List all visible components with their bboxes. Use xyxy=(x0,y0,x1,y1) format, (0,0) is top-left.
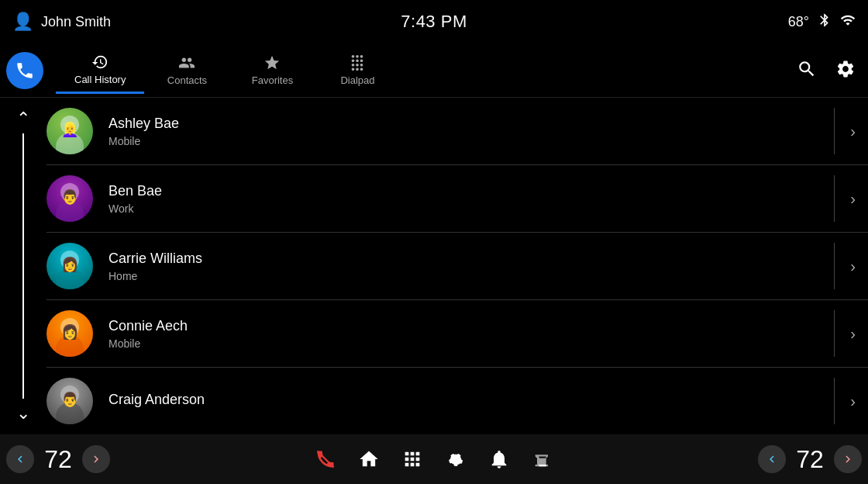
chevron-right-icon: › xyxy=(850,392,856,410)
list-item[interactable]: 👩 Carrie Williams Home › xyxy=(46,233,868,300)
tab-dialpad[interactable]: Dialpad xyxy=(315,47,400,94)
right-temp-control: 72 xyxy=(758,445,862,474)
right-temp-increase-button[interactable] xyxy=(834,445,862,473)
nav-bar: Call History Contacts Favorites Dialpad xyxy=(0,43,868,98)
bottom-icons xyxy=(315,448,553,470)
contact-info: Ashley Bae Mobile xyxy=(108,116,818,147)
svg-text:👨: 👨 xyxy=(61,391,79,408)
notification-button[interactable] xyxy=(488,448,510,470)
left-temp-decrease-button[interactable] xyxy=(6,445,34,473)
chevron-right-icon: › xyxy=(850,123,856,140)
contact-divider xyxy=(834,175,835,222)
avatar: 👩 xyxy=(46,243,93,289)
nav-tabs: Call History Contacts Favorites Dialpad xyxy=(56,47,797,94)
tab-dialpad-label: Dialpad xyxy=(340,74,374,86)
list-item[interactable]: 👨 Craig Anderson › xyxy=(46,368,868,434)
home-button[interactable] xyxy=(358,448,380,470)
left-temperature-value: 72 xyxy=(39,445,78,474)
avatar: 👨 xyxy=(46,378,93,424)
contact-name: Carrie Williams xyxy=(108,251,818,267)
contact-divider xyxy=(834,310,835,357)
apps-button[interactable] xyxy=(401,448,423,470)
contact-info: Connie Aech Mobile xyxy=(108,318,818,350)
muted-call-icon[interactable] xyxy=(315,448,336,470)
signal-icon xyxy=(840,12,856,32)
contact-list-container: ⌃ ⌄ 👱‍♀️ Ashley Bae Mobile › xyxy=(0,98,868,434)
chevron-right-icon: › xyxy=(850,258,856,275)
contact-divider xyxy=(834,243,835,289)
contact-type: Work xyxy=(108,202,818,215)
right-temperature-value: 72 xyxy=(790,445,829,474)
right-temp-decrease-button[interactable] xyxy=(758,445,786,473)
contact-info: Ben Bae Work xyxy=(108,183,818,215)
contact-divider xyxy=(834,378,835,424)
svg-text:👩: 👩 xyxy=(61,256,79,273)
top-bar: 👤 John Smith 7:43 PM 68° xyxy=(0,0,868,43)
scroll-controls: ⌃ ⌄ xyxy=(0,98,46,434)
contact-divider xyxy=(834,108,835,154)
tab-favorites[interactable]: Favorites xyxy=(229,47,315,94)
left-temp-control: 72 xyxy=(6,445,110,474)
contact-type: Home xyxy=(108,270,818,282)
contact-info: Craig Anderson xyxy=(108,392,818,411)
list-item[interactable]: 👱‍♀️ Ashley Bae Mobile › xyxy=(46,98,868,165)
chevron-right-icon: › xyxy=(850,190,856,208)
list-item[interactable]: 👩 Connie Aech Mobile › xyxy=(46,300,868,368)
bottom-bar: 72 xyxy=(0,434,868,484)
scroll-down-button[interactable]: ⌄ xyxy=(16,405,30,422)
bluetooth-icon xyxy=(817,12,832,32)
chevron-right-icon: › xyxy=(850,325,856,343)
tab-call-history-label: Call History xyxy=(74,74,126,85)
scroll-up-button[interactable]: ⌃ xyxy=(16,110,30,127)
list-item[interactable]: 👨 Ben Bae Work › xyxy=(46,165,868,233)
search-button[interactable] xyxy=(797,59,817,82)
nav-actions xyxy=(797,59,856,82)
left-temp-increase-button[interactable] xyxy=(82,445,110,473)
scroll-track xyxy=(22,133,24,399)
svg-text:👨: 👨 xyxy=(61,188,79,206)
tab-call-history[interactable]: Call History xyxy=(56,47,144,94)
phone-button[interactable] xyxy=(6,52,43,89)
tab-contacts[interactable]: Contacts xyxy=(144,47,229,94)
contact-name: Ben Bae xyxy=(108,183,818,199)
user-icon: 👤 xyxy=(12,12,33,32)
tab-favorites-label: Favorites xyxy=(252,74,293,86)
svg-text:👱‍♀️: 👱‍♀️ xyxy=(61,121,79,138)
contact-list: 👱‍♀️ Ashley Bae Mobile › 👨 Ben Bae W xyxy=(46,98,868,434)
contact-type: Mobile xyxy=(108,135,818,147)
contact-type: Mobile xyxy=(108,337,818,350)
settings-button[interactable] xyxy=(835,59,856,82)
seat-heat-button[interactable] xyxy=(532,448,553,470)
avatar: 👩 xyxy=(46,310,93,357)
avatar: 👱‍♀️ xyxy=(46,108,93,154)
user-info: 👤 John Smith xyxy=(12,12,111,32)
contact-name: Ashley Bae xyxy=(108,116,818,132)
svg-text:👩: 👩 xyxy=(61,323,79,341)
contact-name: Craig Anderson xyxy=(108,392,818,408)
temperature-display: 68° xyxy=(788,14,809,30)
contact-info: Carrie Williams Home xyxy=(108,251,818,282)
clock: 7:43 PM xyxy=(401,12,467,32)
tab-contacts-label: Contacts xyxy=(167,74,207,86)
user-name: John Smith xyxy=(41,14,111,30)
fan-button[interactable] xyxy=(445,448,467,470)
status-icons: 68° xyxy=(788,12,856,32)
contact-name: Connie Aech xyxy=(108,318,818,334)
avatar: 👨 xyxy=(46,175,93,222)
